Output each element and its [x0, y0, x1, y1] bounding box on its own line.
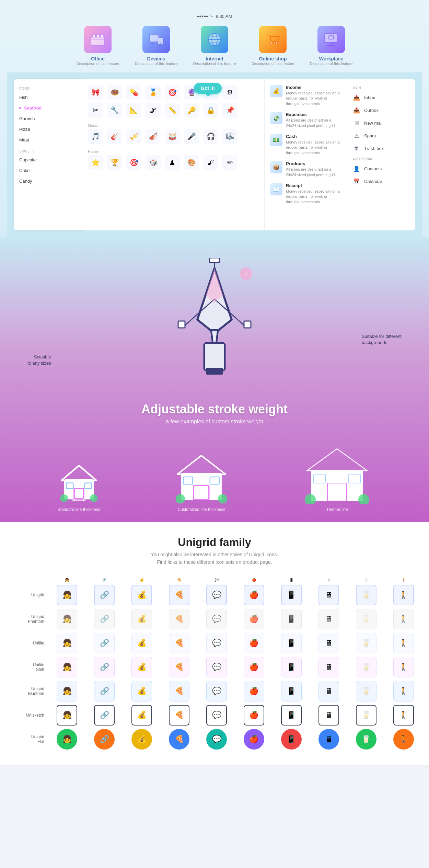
icon-cell[interactable]: 📐 [126, 103, 141, 118]
sidebar-item-meat[interactable]: Meat [14, 135, 82, 145]
icon-cell[interactable]: 🎤 [184, 129, 199, 144]
family-icon-cell[interactable]: 🔗 [86, 631, 123, 655]
icon-cell[interactable]: 🎸 [107, 129, 122, 144]
family-icon-cell[interactable]: 🚶 [385, 583, 422, 607]
mail-spam[interactable]: ⚠ Spam [347, 129, 415, 142]
icon-cell[interactable]: 🎺 [126, 129, 141, 144]
icon-cell[interactable]: 🎧 [203, 129, 218, 144]
family-icon-cell[interactable]: 👧 [48, 607, 86, 631]
family-icon-cell[interactable]: 💬 [198, 727, 235, 751]
family-icon-cell[interactable]: 📱 [273, 679, 310, 703]
family-icon-cell[interactable]: 🍎 [235, 727, 273, 751]
category-devices[interactable]: Devices Description of this feature [132, 26, 180, 66]
icon-cell[interactable]: 🔒 [203, 103, 218, 118]
family-icon-cell[interactable]: 💰 [123, 727, 161, 751]
family-icon-cell[interactable]: 💬 [198, 679, 235, 703]
icon-cell[interactable]: 🖇 [146, 103, 161, 118]
family-icon-cell[interactable]: 📱 [273, 703, 310, 727]
family-icon-cell[interactable]: 🥛 [347, 703, 385, 727]
mail-new[interactable]: ✉ New mail [347, 117, 415, 129]
family-icon-cell[interactable]: 🚶 [385, 679, 422, 703]
icon-cell[interactable]: 🔧 [107, 103, 122, 118]
family-icon-cell[interactable]: 🍎 [235, 583, 273, 607]
family-icon-cell[interactable]: 🚶 [385, 607, 422, 631]
family-icon-cell[interactable]: 🥛 [347, 727, 385, 751]
icon-cell[interactable]: 🏆 [107, 155, 122, 170]
family-icon-cell[interactable]: 👧 [48, 703, 86, 727]
mail-inbox[interactable]: 📥 Inbox [347, 91, 415, 104]
sidebar-item-cupcake[interactable]: Cupcake [14, 155, 82, 165]
family-icon-cell[interactable]: 🥛 [347, 583, 385, 607]
family-icon-cell[interactable]: 📱 [273, 655, 310, 679]
icon-cell[interactable]: 📌 [222, 103, 237, 118]
family-icon-cell[interactable]: 🚶 [385, 703, 422, 727]
icon-cell[interactable]: 🖌 [203, 155, 218, 170]
icon-cell[interactable]: 🍩 [107, 85, 122, 100]
family-icon-cell[interactable]: 📱 [273, 583, 310, 607]
icon-cell[interactable]: ✂ [88, 103, 103, 118]
family-icon-cell[interactable]: 🚶 [385, 655, 422, 679]
family-icon-cell[interactable]: 🔗 [86, 607, 123, 631]
family-icon-cell[interactable]: 🍕 [161, 583, 198, 607]
family-icon-cell[interactable]: 🍕 [161, 655, 198, 679]
icon-cell[interactable]: 🎲 [146, 155, 161, 170]
family-icon-cell[interactable]: 🖥 [310, 631, 347, 655]
family-icon-cell[interactable]: 🍎 [235, 607, 273, 631]
family-icon-cell[interactable]: 📱 [273, 607, 310, 631]
family-icon-cell[interactable]: 🔗 [86, 727, 123, 751]
family-icon-cell[interactable]: 💰 [123, 655, 161, 679]
family-icon-cell[interactable]: 🥛 [347, 631, 385, 655]
family-icon-cell[interactable]: 💬 [198, 607, 235, 631]
family-icon-cell[interactable]: 💬 [198, 583, 235, 607]
category-office[interactable]: Office Description of this feature [74, 26, 122, 66]
family-icon-cell[interactable]: 🚶 [385, 727, 422, 751]
family-icon-cell[interactable]: 💬 [198, 631, 235, 655]
icon-cell[interactable]: ⚙ [222, 85, 237, 100]
family-icon-cell[interactable]: 🍎 [235, 631, 273, 655]
category-internet[interactable]: Internet Description of this feature [190, 26, 239, 66]
mail-calendar[interactable]: 📅 Calendar [347, 175, 415, 188]
family-icon-cell[interactable]: 🍕 [161, 607, 198, 631]
family-icon-cell[interactable]: 👧 [48, 727, 86, 751]
family-icon-cell[interactable]: 💰 [123, 703, 161, 727]
family-icon-cell[interactable]: 📱 [273, 631, 310, 655]
sidebar-item-seafood[interactable]: Seafood [14, 103, 82, 113]
family-icon-cell[interactable]: 🖥 [310, 607, 347, 631]
family-icon-cell[interactable]: 🚶 [385, 631, 422, 655]
family-icon-cell[interactable]: 🍕 [161, 631, 198, 655]
family-icon-cell[interactable]: 🖥 [310, 583, 347, 607]
icon-cell[interactable]: 🏅 [146, 85, 161, 100]
family-icon-cell[interactable]: 👧 [48, 583, 86, 607]
icon-cell[interactable]: 🎵 [88, 129, 103, 144]
family-icon-cell[interactable]: 🖥 [310, 679, 347, 703]
icon-cell[interactable]: 🎻 [146, 129, 161, 144]
icon-cell[interactable]: ✏ [222, 155, 237, 170]
sidebar-item-pizza[interactable]: Pizza [14, 124, 82, 135]
family-icon-cell[interactable]: 💬 [198, 655, 235, 679]
family-icon-cell[interactable]: 🥛 [347, 679, 385, 703]
got-it-tooltip[interactable]: Got it! [194, 83, 222, 94]
family-icon-cell[interactable]: 🔗 [86, 679, 123, 703]
family-icon-cell[interactable]: 🍎 [235, 679, 273, 703]
family-icon-cell[interactable]: 🖥 [310, 727, 347, 751]
family-icon-cell[interactable]: 📱 [273, 727, 310, 751]
family-icon-cell[interactable]: 🔗 [86, 703, 123, 727]
family-icon-cell[interactable]: 🍕 [161, 679, 198, 703]
icon-cell[interactable]: 🎯 [165, 85, 180, 100]
family-icon-cell[interactable]: 🔗 [86, 583, 123, 607]
family-icon-cell[interactable]: 🔗 [86, 655, 123, 679]
icon-cell[interactable]: ⭐ [88, 155, 103, 170]
family-icon-cell[interactable]: 🥛 [347, 607, 385, 631]
family-icon-cell[interactable]: 🍎 [235, 655, 273, 679]
icon-cell[interactable]: 🎯 [126, 155, 141, 170]
icon-cell[interactable]: 🎀 [88, 85, 103, 100]
mail-contacts[interactable]: 👤 Contacts [347, 162, 415, 175]
family-icon-cell[interactable]: 💰 [123, 631, 161, 655]
icon-cell[interactable]: 🥁 [165, 129, 180, 144]
family-icon-cell[interactable]: 🥛 [347, 655, 385, 679]
sidebar-item-candy[interactable]: Candy [14, 176, 82, 186]
mail-trash[interactable]: 🗑 Trash box [347, 142, 415, 155]
family-icon-cell[interactable]: 🖥 [310, 703, 347, 727]
icon-cell[interactable]: ♟ [165, 155, 180, 170]
family-icon-cell[interactable]: 👧 [48, 631, 86, 655]
